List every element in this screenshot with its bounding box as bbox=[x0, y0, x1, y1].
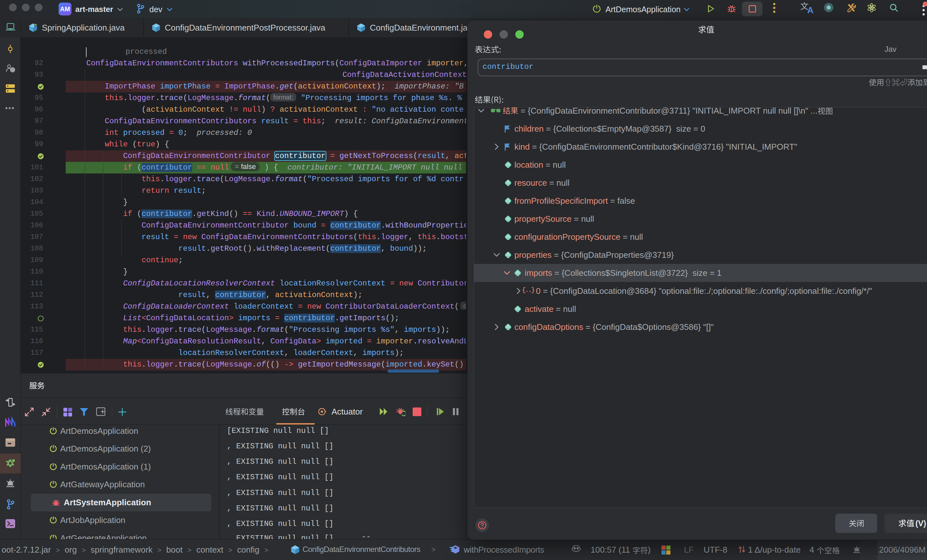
svg-text:?: ? bbox=[11, 68, 14, 73]
